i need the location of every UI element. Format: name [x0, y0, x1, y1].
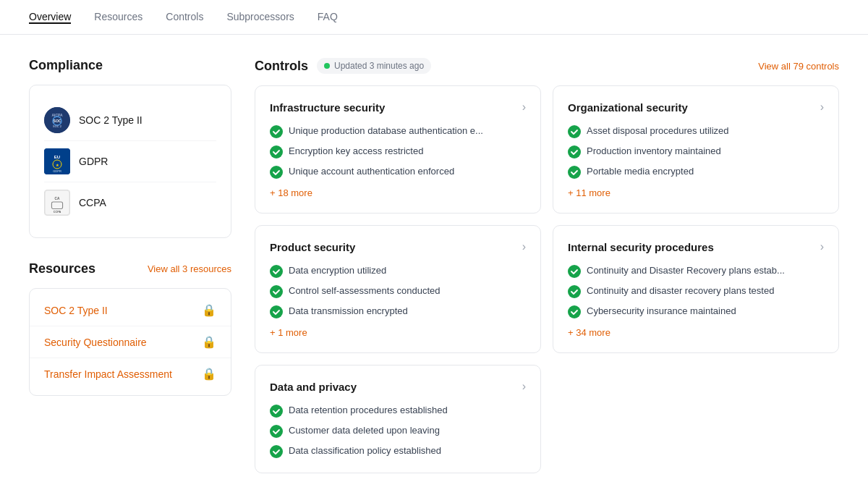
org-item-1: Asset disposal procedures utilized	[568, 125, 824, 138]
svg-point-16	[270, 166, 283, 179]
control-card-internal[interactable]: Internal security procedures › Continuit…	[553, 225, 839, 353]
privacy-item-3-text: Data classification policy established	[289, 445, 441, 456]
svg-point-15	[270, 145, 283, 158]
resource-item-tia[interactable]: Transfer Impact Assessment 🔒	[30, 358, 231, 389]
infra-item-1-text: Unique production database authenticatio…	[289, 125, 483, 136]
controls-grid: Infrastructure security › Unique product…	[255, 85, 839, 473]
compliance-box: AICPA SOC SOC 2 SOC 2 Type II EU ★	[29, 85, 231, 238]
control-card-infrastructure[interactable]: Infrastructure security › Unique product…	[255, 85, 541, 214]
product-card-header: Product security ›	[270, 240, 526, 253]
organizational-card-header: Organizational security ›	[568, 101, 824, 114]
product-item-1: Data encryption utilized	[270, 265, 526, 278]
resources-box: SOC 2 Type II 🔒 Security Questionnaire 🔒…	[29, 288, 231, 396]
svg-point-22	[270, 305, 283, 318]
product-item-3-text: Data transmission encrypted	[289, 305, 408, 316]
soc2-badge: AICPA SOC SOC 2	[44, 107, 70, 133]
data-privacy-chevron-icon: ›	[522, 380, 526, 393]
org-item-3-text: Portable media encrypted	[587, 166, 694, 177]
org-item-2-text: Production inventory maintained	[587, 145, 721, 156]
nav-item-faq[interactable]: FAQ	[318, 11, 338, 24]
svg-point-17	[568, 125, 581, 138]
svg-point-27	[270, 425, 283, 438]
product-title: Product security	[270, 241, 355, 253]
product-more-link[interactable]: + 1 more	[270, 327, 526, 338]
internal-more-link[interactable]: + 34 more	[568, 327, 824, 338]
view-all-controls-link[interactable]: View all 79 controls	[758, 61, 839, 72]
nav-item-controls[interactable]: Controls	[166, 11, 203, 24]
product-item-2-text: Control self-assessments conducted	[289, 285, 441, 296]
svg-point-18	[568, 145, 581, 158]
page-content: Compliance AICPA SOC SOC 2 SOC 2 Type II	[0, 35, 868, 496]
org-item-2: Production inventory maintained	[568, 145, 824, 158]
product-item-2: Control self-assessments conducted	[270, 285, 526, 298]
infra-item-2: Encryption key access restricted	[270, 145, 526, 158]
check-icon-org-1	[568, 125, 581, 138]
check-icon-internal-1	[568, 265, 581, 278]
nav-item-resources[interactable]: Resources	[94, 11, 142, 24]
controls-title: Controls	[255, 59, 308, 74]
lock-icon-questionnaire: 🔒	[202, 335, 216, 349]
internal-item-2-text: Continuity and disaster recovery plans t…	[587, 285, 774, 296]
svg-point-24	[568, 285, 581, 298]
lock-icon-soc2: 🔒	[202, 303, 216, 317]
product-chevron-icon: ›	[522, 240, 526, 253]
control-card-product[interactable]: Product security › Data encryption utili…	[255, 225, 541, 353]
nav-item-overview[interactable]: Overview	[29, 11, 71, 24]
infrastructure-title: Infrastructure security	[270, 101, 385, 114]
resource-item-questionnaire[interactable]: Security Questionnaire 🔒	[30, 326, 231, 358]
resources-header: Resources View all 3 resources	[29, 261, 231, 276]
nav-item-subprocessors[interactable]: Subprocessors	[226, 11, 294, 24]
updated-label: Updated 3 minutes ago	[334, 61, 424, 71]
check-icon-privacy-2	[270, 425, 283, 438]
resource-questionnaire-link[interactable]: Security Questionnaire	[44, 337, 147, 348]
view-all-resources-link[interactable]: View all 3 resources	[148, 263, 231, 274]
data-privacy-title: Data and privacy	[270, 381, 357, 393]
compliance-gdpr-label: GDPR	[79, 156, 108, 167]
svg-text:CCPA: CCPA	[54, 211, 61, 214]
infra-more-link[interactable]: + 18 more	[270, 187, 526, 198]
svg-point-21	[270, 285, 283, 298]
left-panel: Compliance AICPA SOC SOC 2 SOC 2 Type II	[29, 58, 231, 473]
resource-tia-link[interactable]: Transfer Impact Assessment	[44, 368, 172, 380]
control-card-organizational[interactable]: Organizational security › Asset disposal…	[553, 85, 839, 214]
check-icon-internal-3	[568, 305, 581, 318]
infra-item-3: Unique account authentication enforced	[270, 166, 526, 179]
internal-item-1: Continuity and Disaster Recovery plans e…	[568, 265, 824, 278]
svg-text:SOC: SOC	[54, 119, 61, 123]
compliance-title: Compliance	[29, 58, 231, 73]
privacy-item-2: Customer data deleted upon leaving	[270, 425, 526, 438]
privacy-item-1: Data retention procedures established	[270, 405, 526, 418]
org-more-link[interactable]: + 11 more	[568, 187, 824, 198]
product-item-3: Data transmission encrypted	[270, 305, 526, 318]
infra-item-2-text: Encryption key access restricted	[289, 145, 423, 156]
check-icon-product-3	[270, 305, 283, 318]
controls-title-group: Controls Updated 3 minutes ago	[255, 58, 431, 74]
control-card-data-privacy[interactable]: Data and privacy › Data retention proced…	[255, 365, 541, 473]
organizational-chevron-icon: ›	[820, 101, 824, 114]
updated-badge: Updated 3 minutes ago	[317, 58, 431, 74]
svg-text:CA: CA	[55, 197, 60, 200]
svg-point-25	[568, 305, 581, 318]
product-item-1-text: Data encryption utilized	[289, 265, 386, 276]
privacy-item-3: Data classification policy established	[270, 445, 526, 458]
internal-title: Internal security procedures	[568, 241, 714, 253]
infrastructure-card-header: Infrastructure security ›	[270, 101, 526, 114]
check-icon-infra-1	[270, 125, 283, 138]
navigation-bar: Overview Resources Controls Subprocessor…	[0, 0, 868, 35]
internal-item-3-text: Cybersecurity insurance maintained	[587, 305, 736, 316]
svg-point-26	[270, 405, 283, 418]
lock-icon-tia: 🔒	[202, 367, 216, 381]
resource-soc2-link[interactable]: SOC 2 Type II	[44, 305, 108, 316]
svg-point-23	[568, 265, 581, 278]
org-item-1-text: Asset disposal procedures utilized	[587, 125, 729, 136]
compliance-soc2-label: SOC 2 Type II	[79, 114, 142, 126]
infrastructure-chevron-icon: ›	[522, 101, 526, 114]
green-dot	[324, 63, 330, 69]
check-icon-infra-2	[270, 145, 283, 158]
ccpa-badge: CA CCPA	[44, 190, 70, 216]
resource-item-soc2[interactable]: SOC 2 Type II 🔒	[30, 295, 231, 326]
check-icon-org-2	[568, 145, 581, 158]
check-icon-product-1	[270, 265, 283, 278]
svg-point-14	[270, 125, 283, 138]
svg-text:GDPR: GDPR	[53, 169, 61, 173]
